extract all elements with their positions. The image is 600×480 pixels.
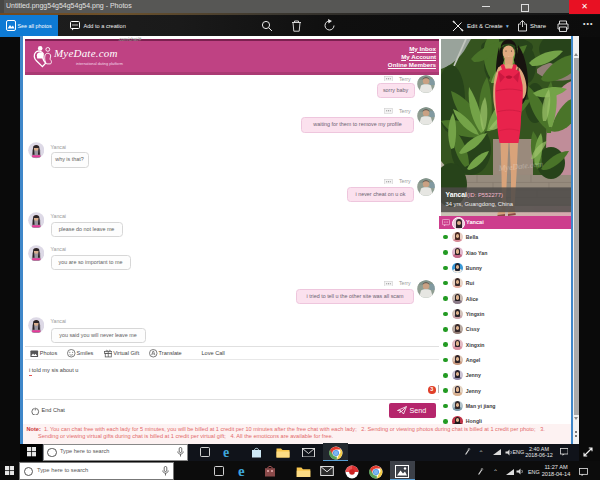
svg-text:Yancai(ID: P552277): Yancai(ID: P552277): [445, 191, 503, 198]
svg-text:34 yrs, Guangdong, China: 34 yrs, Guangdong, China: [445, 201, 513, 207]
